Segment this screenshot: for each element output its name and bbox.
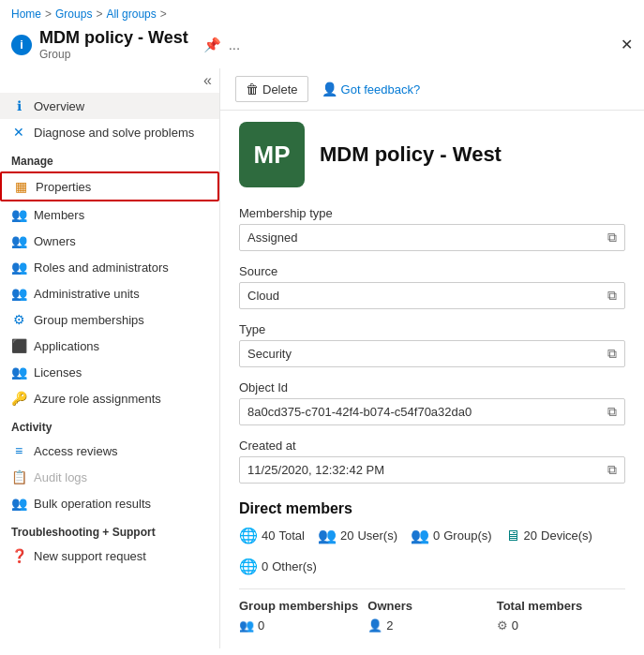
bottom-stat-owners: Owners 👤 2 bbox=[367, 599, 496, 633]
field-source: Source Cloud ⧉ bbox=[239, 264, 625, 309]
copy-object-id[interactable]: ⧉ bbox=[607, 404, 617, 420]
access-reviews-icon: ≡ bbox=[11, 443, 26, 458]
sidebar-item-label: Applications bbox=[34, 339, 99, 353]
sidebar-item-label: Audit logs bbox=[34, 470, 87, 484]
sidebar-item-label: Diagnose and solve problems bbox=[34, 126, 194, 140]
sidebar-item-owners[interactable]: 👥 Owners bbox=[0, 228, 219, 254]
copy-source[interactable]: ⧉ bbox=[607, 288, 617, 304]
admin-units-icon: 👥 bbox=[11, 286, 26, 301]
field-value: Security ⧉ bbox=[239, 340, 625, 367]
sidebar-item-label: New support request bbox=[34, 549, 146, 563]
sidebar-item-label: Azure role assignments bbox=[34, 392, 161, 406]
bottom-stat-value: 👥 0 bbox=[239, 618, 264, 633]
bottom-stat-value: ⚙ 0 bbox=[497, 618, 518, 633]
activity-section-label: Activity bbox=[0, 411, 219, 438]
others-icon: 🌐 bbox=[239, 558, 258, 575]
field-label: Source bbox=[239, 264, 625, 278]
users-icon: 👥 bbox=[318, 527, 337, 544]
collapse-icon[interactable]: « bbox=[203, 72, 212, 89]
bottom-stat-label: Total members bbox=[497, 599, 583, 613]
title-text: MDM policy - West Group bbox=[39, 28, 188, 61]
content-inner: MP MDM policy - West Membership type Ass… bbox=[220, 111, 644, 644]
diagnose-icon: ✕ bbox=[11, 125, 26, 140]
bottom-stat-label: Owners bbox=[367, 599, 412, 613]
stat-groups: 👥 0 Group(s) bbox=[411, 527, 492, 544]
sidebar-item-licenses[interactable]: 👥 Licenses bbox=[0, 359, 219, 385]
group-name: MDM policy - West bbox=[320, 142, 502, 167]
content-area: 🗑 Delete 👤 Got feedback? MP MDM policy -… bbox=[220, 68, 644, 648]
copy-created-at[interactable]: ⧉ bbox=[607, 462, 617, 478]
bottom-stat-label: Group memberships bbox=[239, 599, 358, 613]
toolbar: 🗑 Delete 👤 Got feedback? bbox=[220, 68, 644, 111]
manage-section-label: Manage bbox=[0, 145, 219, 171]
field-object-id: Object Id 8a0cd375-c701-42f4-b074-c54f70… bbox=[239, 380, 625, 425]
bottom-stat-total-members: Total members ⚙ 0 bbox=[497, 599, 625, 633]
copy-type[interactable]: ⧉ bbox=[607, 346, 617, 362]
page-title: MDM policy - West bbox=[39, 28, 188, 48]
title-row: i MDM policy - West Group 📌 ... ✕ bbox=[0, 24, 644, 68]
sidebar-item-new-support[interactable]: ❓ New support request bbox=[0, 543, 219, 569]
bottom-stat-memberships: Group memberships 👥 0 bbox=[239, 599, 367, 633]
title-actions: 📌 ... bbox=[203, 37, 241, 53]
devices-icon: 🖥 bbox=[505, 528, 520, 544]
field-label: Type bbox=[239, 322, 625, 336]
properties-icon: ▦ bbox=[13, 179, 28, 194]
sidebar-item-admin-units[interactable]: 👥 Administrative units bbox=[0, 280, 219, 306]
sidebar-item-label: Access reviews bbox=[34, 444, 118, 458]
sidebar-item-label: Properties bbox=[36, 180, 91, 194]
stat-devices: 🖥 20 Device(s) bbox=[505, 528, 592, 544]
sidebar-item-label: Administrative units bbox=[34, 287, 140, 301]
owners-icon: 👥 bbox=[11, 233, 26, 248]
sidebar-item-azure-roles[interactable]: 🔑 Azure role assignments bbox=[0, 385, 219, 411]
sidebar-item-access-reviews[interactable]: ≡ Access reviews bbox=[0, 438, 219, 464]
breadcrumb-all-groups[interactable]: All groups bbox=[106, 7, 156, 21]
sidebar-item-members[interactable]: 👥 Members bbox=[0, 201, 219, 228]
sidebar-item-audit-logs[interactable]: 📋 Audit logs bbox=[0, 464, 219, 490]
main-layout: « ℹ Overview ✕ Diagnose and solve proble… bbox=[0, 68, 644, 648]
sidebar-item-properties[interactable]: ▦ Properties bbox=[0, 171, 219, 201]
stat-users: 👥 20 User(s) bbox=[318, 527, 397, 544]
field-value: 11/25/2020, 12:32:42 PM ⧉ bbox=[239, 456, 625, 484]
copy-membership-type[interactable]: ⧉ bbox=[607, 230, 617, 246]
troubleshoot-section-label: Troubleshooting + Support bbox=[0, 516, 219, 543]
bottom-stats: Group memberships 👥 0 Owners 👤 2 Total m… bbox=[239, 588, 625, 633]
sidebar-collapse[interactable]: « bbox=[0, 68, 219, 93]
group-header: MP MDM policy - West bbox=[239, 122, 625, 187]
audit-logs-icon: 📋 bbox=[11, 469, 26, 484]
sidebar-item-bulk-ops[interactable]: 👥 Bulk operation results bbox=[0, 490, 219, 516]
field-value: Assigned ⧉ bbox=[239, 224, 625, 251]
overview-icon: ℹ bbox=[11, 98, 26, 113]
bottom-stat-value: 👤 2 bbox=[367, 618, 393, 633]
more-icon[interactable]: ... bbox=[229, 37, 241, 52]
field-type: Type Security ⧉ bbox=[239, 322, 625, 367]
field-label: Membership type bbox=[239, 206, 625, 220]
pin-icon[interactable]: 📌 bbox=[203, 37, 221, 53]
feedback-button[interactable]: 👤 Got feedback? bbox=[312, 77, 430, 101]
members-icon: 👥 bbox=[11, 207, 26, 222]
field-label: Object Id bbox=[239, 380, 625, 394]
top-bar: Home > Groups > All groups > bbox=[0, 0, 644, 24]
total-icon: 🌐 bbox=[239, 527, 258, 544]
sidebar-item-applications[interactable]: ⬛ Applications bbox=[0, 333, 219, 359]
total-members-count-icon: ⚙ bbox=[497, 618, 508, 633]
field-created-at: Created at 11/25/2020, 12:32:42 PM ⧉ bbox=[239, 439, 625, 484]
sidebar-item-label: Members bbox=[34, 208, 84, 222]
delete-icon: 🗑 bbox=[246, 82, 259, 97]
groups-icon: 👥 bbox=[411, 527, 429, 544]
memberships-count-icon: 👥 bbox=[239, 618, 254, 633]
sidebar-item-diagnose[interactable]: ✕ Diagnose and solve problems bbox=[0, 119, 219, 145]
delete-button[interactable]: 🗑 Delete bbox=[235, 76, 308, 102]
breadcrumb-home[interactable]: Home bbox=[11, 7, 41, 21]
stat-others: 🌐 0 Other(s) bbox=[239, 558, 317, 575]
field-value: 8a0cd375-c701-42f4-b074-c54f70a32da0 ⧉ bbox=[239, 398, 625, 425]
breadcrumb-groups[interactable]: Groups bbox=[55, 7, 92, 21]
sidebar-item-roles[interactable]: 👥 Roles and administrators bbox=[0, 254, 219, 280]
sidebar-item-label: Roles and administrators bbox=[34, 261, 169, 275]
group-avatar: MP bbox=[239, 122, 305, 187]
owners-count-icon: 👤 bbox=[367, 618, 382, 633]
field-label: Created at bbox=[239, 439, 625, 453]
sidebar-item-group-memberships[interactable]: ⚙ Group memberships bbox=[0, 306, 219, 333]
sidebar-item-overview[interactable]: ℹ Overview bbox=[0, 93, 219, 119]
feedback-icon: 👤 bbox=[322, 82, 337, 97]
close-button[interactable]: ✕ bbox=[621, 36, 633, 53]
